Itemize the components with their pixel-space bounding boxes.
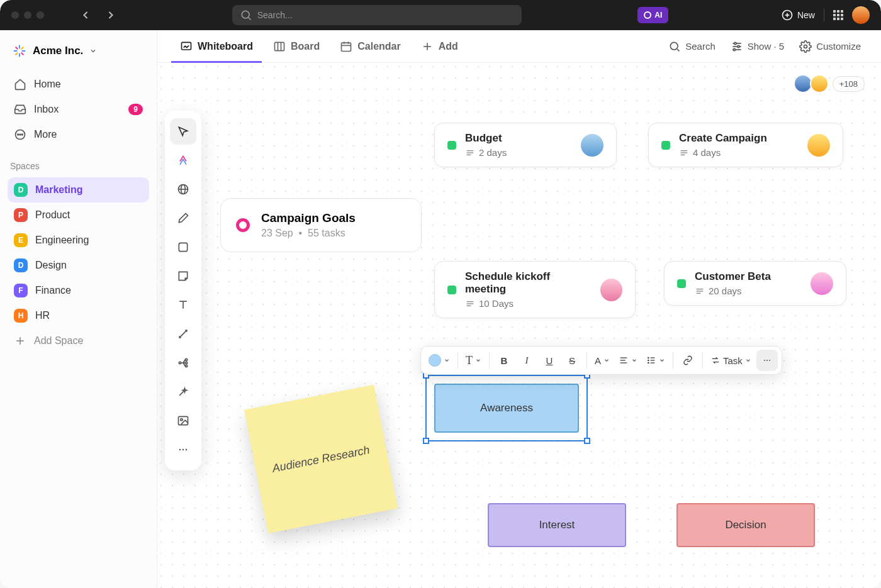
svg-point-37 <box>804 45 807 48</box>
tool-pen[interactable] <box>170 205 196 231</box>
svg-line-10 <box>21 53 24 55</box>
plus-icon <box>14 335 26 347</box>
tab-whiteboard[interactable]: Whiteboard <box>171 30 262 62</box>
toolbar-more-button[interactable] <box>756 350 778 371</box>
tool-ai[interactable] <box>170 147 196 174</box>
chevron-down-icon <box>475 357 481 363</box>
svg-rect-41 <box>179 243 187 251</box>
tool-text[interactable] <box>170 292 196 318</box>
more-icon <box>762 355 772 365</box>
inbox-icon <box>14 103 26 116</box>
space-icon: H <box>14 309 28 323</box>
svg-point-36 <box>733 48 735 50</box>
font-button[interactable]: T <box>462 350 485 371</box>
link-button[interactable] <box>677 350 699 371</box>
svg-line-30 <box>677 49 679 51</box>
chevron-down-icon <box>603 357 610 363</box>
text-color-button[interactable]: A <box>591 350 614 371</box>
bold-button[interactable]: B <box>493 350 515 371</box>
space-icon: E <box>14 233 28 247</box>
nav-inbox[interactable]: Inbox 9 <box>8 97 149 122</box>
tab-board[interactable]: Board <box>264 30 328 62</box>
svg-point-71 <box>648 360 649 360</box>
card-campaign-goals[interactable]: Campaign Goals 23 Sep • 55 tasks <box>220 198 422 252</box>
tool-web[interactable] <box>170 176 196 202</box>
space-icon: P <box>14 208 28 222</box>
tool-shape[interactable] <box>170 234 196 260</box>
tool-magic[interactable] <box>170 379 196 405</box>
tool-sticky[interactable] <box>170 263 196 289</box>
flow-decision[interactable]: Decision <box>676 503 815 547</box>
lines-icon <box>465 299 475 309</box>
assignee-avatar[interactable] <box>600 279 622 301</box>
nav-forward-button[interactable] <box>102 6 120 24</box>
sticky-note[interactable]: Audience Research <box>244 385 398 533</box>
svg-point-51 <box>182 449 184 451</box>
tool-image[interactable] <box>170 408 196 434</box>
underline-button[interactable]: U <box>539 350 560 371</box>
link-icon <box>683 355 693 365</box>
workspace-switcher[interactable]: Acme Inc. <box>8 40 149 62</box>
user-avatar[interactable] <box>852 6 870 24</box>
space-product[interactable]: P Product <box>8 202 149 228</box>
tool-connector[interactable] <box>170 321 196 347</box>
nav-home[interactable]: Home <box>8 72 149 97</box>
align-icon <box>619 355 629 365</box>
window-controls[interactable] <box>11 11 44 19</box>
view-show-button[interactable]: Show · 5 <box>724 40 790 53</box>
assignee-avatar[interactable] <box>581 134 603 157</box>
tool-mindmap[interactable] <box>170 350 196 376</box>
presence-avatar[interactable] <box>810 74 829 93</box>
presence-more[interactable]: +108 <box>833 76 865 92</box>
logo-icon <box>13 44 26 58</box>
add-space-button[interactable]: Add Space <box>8 328 149 353</box>
inbox-badge: 9 <box>128 104 143 115</box>
presence-bar: +108 <box>800 74 865 93</box>
card-budget[interactable]: Budget 2 days <box>434 123 617 167</box>
svg-point-0 <box>242 11 249 18</box>
card-create-campaign[interactable]: Create Campaign 4 days <box>648 123 843 167</box>
lines-icon <box>679 148 689 158</box>
assignee-avatar[interactable] <box>811 272 833 295</box>
space-engineering[interactable]: E Engineering <box>8 228 149 253</box>
tool-more[interactable] <box>170 436 196 463</box>
global-search[interactable]: Search... <box>232 5 522 25</box>
fill-color-button[interactable] <box>425 350 454 371</box>
svg-point-49 <box>181 419 182 421</box>
card-customer-beta[interactable]: Customer Beta 20 days <box>664 261 846 306</box>
svg-point-70 <box>648 357 649 358</box>
strikethrough-button[interactable]: S <box>561 350 583 371</box>
space-marketing[interactable]: D Marketing <box>8 177 149 202</box>
tab-calendar[interactable]: Calendar <box>331 30 409 62</box>
convert-task-button[interactable]: Task <box>707 350 755 371</box>
floating-format-toolbar: T B I U S A Task <box>420 346 782 375</box>
nav-back-button[interactable] <box>77 6 94 24</box>
nav-more[interactable]: More <box>8 122 149 147</box>
new-button[interactable]: New <box>781 9 815 21</box>
status-dot-icon <box>447 141 456 150</box>
assignee-avatar[interactable] <box>807 134 830 157</box>
italic-button[interactable]: I <box>516 350 537 371</box>
card-schedule-kickoff[interactable]: Schedule kickoff meeting 10 Days <box>434 261 636 318</box>
align-button[interactable] <box>615 350 641 371</box>
flow-interest[interactable]: Interest <box>488 503 626 547</box>
status-ring-icon <box>236 218 250 232</box>
flow-awareness[interactable]: Awareness <box>434 384 579 433</box>
ai-button[interactable]: AI <box>637 7 668 23</box>
view-customize-button[interactable]: Customize <box>793 40 867 53</box>
space-hr[interactable]: H HR <box>8 303 149 328</box>
svg-point-15 <box>20 134 21 135</box>
svg-point-45 <box>185 358 187 360</box>
space-design[interactable]: D Design <box>8 253 149 278</box>
list-button[interactable] <box>643 350 669 371</box>
status-dot-icon <box>447 286 456 294</box>
plus-icon <box>421 40 434 53</box>
whiteboard-canvas[interactable]: +108 <box>157 63 881 588</box>
space-finance[interactable]: F Finance <box>8 278 149 303</box>
view-search-button[interactable]: Search <box>662 40 722 53</box>
apps-menu-icon[interactable] <box>833 10 843 20</box>
svg-line-12 <box>21 47 24 50</box>
tab-add[interactable]: Add <box>412 30 467 62</box>
more-icon <box>14 128 26 141</box>
tool-select[interactable] <box>170 118 196 145</box>
